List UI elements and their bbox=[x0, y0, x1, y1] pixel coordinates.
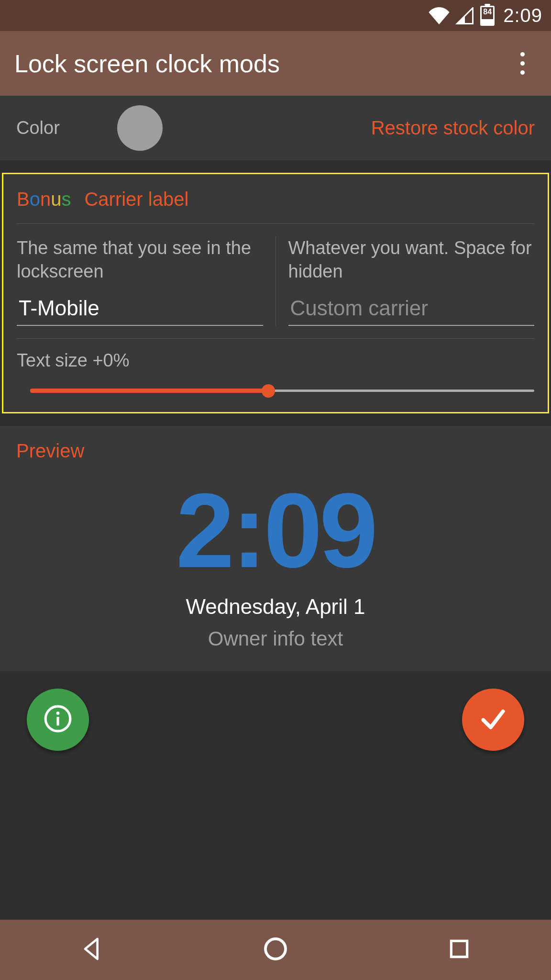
nav-home-button[interactable] bbox=[256, 931, 295, 969]
preview-heading: Preview bbox=[16, 440, 84, 462]
wifi-icon bbox=[429, 7, 450, 24]
recents-icon bbox=[447, 937, 471, 963]
svg-point-1 bbox=[56, 712, 60, 715]
bonus-word: Bonus bbox=[17, 189, 71, 210]
status-bar: 84 2:09 bbox=[0, 0, 551, 31]
carrier-label-heading: Carrier label bbox=[84, 189, 188, 210]
battery-percent: 84 bbox=[482, 8, 493, 16]
check-icon bbox=[478, 704, 508, 735]
custom-carrier-column: Whatever you want. Space for hidden bbox=[276, 236, 535, 326]
restore-stock-color-button[interactable]: Restore stock color bbox=[371, 117, 535, 139]
carrier-label-card: Bonus Carrier label The same that you se… bbox=[2, 173, 549, 413]
screen: 84 2:09 Lock screen clock mods Color Res… bbox=[0, 0, 551, 980]
preview-card: Preview 2:09 Wednesday, April 1 Owner in… bbox=[0, 426, 551, 671]
info-icon bbox=[43, 704, 73, 735]
custom-carrier-input[interactable] bbox=[288, 293, 535, 326]
text-size-section: Text size +0% bbox=[17, 339, 534, 400]
svg-rect-4 bbox=[451, 941, 467, 957]
status-time: 2:09 bbox=[503, 5, 542, 26]
content: Color Restore stock color Bonus Carrier … bbox=[0, 96, 551, 920]
current-carrier-input[interactable] bbox=[17, 293, 263, 326]
overflow-menu-icon[interactable] bbox=[513, 47, 532, 80]
custom-carrier-desc: Whatever you want. Space for hidden bbox=[288, 236, 535, 284]
carrier-columns: The same that you see in the lockscreen … bbox=[17, 224, 534, 339]
nav-recents-button[interactable] bbox=[440, 931, 478, 969]
app-bar: Lock screen clock mods bbox=[0, 31, 551, 96]
preview-clock: 2:09 bbox=[176, 478, 375, 583]
color-swatch[interactable] bbox=[117, 105, 163, 151]
nav-bar bbox=[0, 920, 551, 980]
current-carrier-desc: The same that you see in the lockscreen bbox=[17, 236, 263, 284]
info-button[interactable] bbox=[27, 689, 89, 751]
svg-point-3 bbox=[265, 939, 286, 959]
cell-signal-icon bbox=[455, 7, 474, 24]
color-setting-row: Color Restore stock color bbox=[0, 96, 551, 160]
confirm-button[interactable] bbox=[462, 689, 524, 751]
filler bbox=[0, 778, 551, 920]
nav-back-button[interactable] bbox=[73, 931, 111, 969]
preview-owner-info: Owner info text bbox=[208, 627, 343, 650]
text-size-label: Text size +0% bbox=[17, 350, 534, 371]
fab-row bbox=[0, 684, 551, 765]
color-label: Color bbox=[16, 118, 60, 138]
page-title: Lock screen clock mods bbox=[14, 49, 280, 78]
back-icon bbox=[78, 935, 105, 964]
text-size-slider[interactable] bbox=[17, 382, 534, 400]
battery-icon: 84 bbox=[480, 6, 495, 26]
svg-rect-2 bbox=[56, 717, 59, 725]
current-carrier-column: The same that you see in the lockscreen bbox=[17, 236, 276, 326]
home-icon bbox=[262, 935, 289, 964]
slider-thumb[interactable] bbox=[262, 384, 275, 398]
carrier-card-header: Bonus Carrier label bbox=[17, 189, 534, 224]
preview-date: Wednesday, April 1 bbox=[186, 595, 365, 619]
